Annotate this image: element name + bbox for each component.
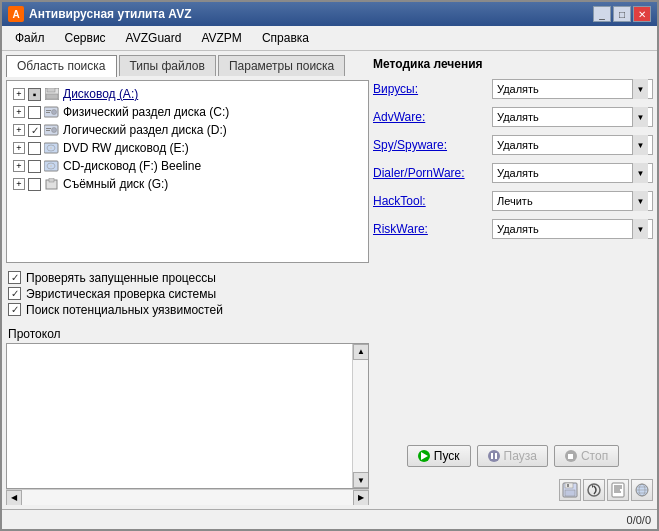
stop-button[interactable]: Стоп: [554, 445, 619, 467]
report-icon-button[interactable]: [607, 479, 629, 501]
threat-row-hacktool: HackTool: Лечить ▼: [373, 189, 653, 213]
threat-name-hacktool[interactable]: HackTool:: [373, 194, 488, 208]
floppy-icon: [44, 87, 60, 101]
protocol-content[interactable]: [7, 344, 352, 489]
select-arrow[interactable]: ▼: [632, 163, 648, 183]
svg-rect-10: [46, 130, 50, 131]
drive-list: + ▪ Дисковод (A:) +: [7, 81, 368, 262]
threat-select-adware[interactable]: Удалять ▼: [492, 107, 653, 127]
expand-button[interactable]: +: [13, 88, 25, 100]
expand-button[interactable]: +: [13, 124, 25, 136]
h-scrollbar: ◀ ▶: [6, 489, 369, 505]
maximize-button[interactable]: □: [613, 6, 631, 22]
minimize-button[interactable]: _: [593, 6, 611, 22]
stop-icon: [565, 450, 577, 462]
threat-row-spyware: Spy/Spyware: Удалять ▼: [373, 133, 653, 157]
threat-select-riskware[interactable]: Удалять ▼: [492, 219, 653, 239]
svg-rect-2: [46, 94, 58, 99]
threat-row-adware: AdvWare: Удалять ▼: [373, 105, 653, 129]
svg-point-23: [588, 484, 600, 496]
drive-checkbox[interactable]: [28, 106, 41, 119]
title-bar: A Антивирусная утилита AVZ _ □ ✕: [2, 2, 657, 26]
option-checkbox[interactable]: ✓: [8, 271, 21, 284]
option-running-processes[interactable]: ✓ Проверять запущенные процессы: [8, 271, 367, 285]
menu-avzpm[interactable]: AVZPM: [192, 28, 250, 48]
drive-label: DVD RW дисковод (E:): [63, 141, 189, 155]
threat-name-virus[interactable]: Вирусы:: [373, 82, 488, 96]
select-arrow[interactable]: ▼: [632, 191, 648, 211]
menu-avzguard[interactable]: AVZGuard: [117, 28, 191, 48]
list-item[interactable]: + Физический раздел диска (C:): [11, 103, 364, 121]
svg-rect-18: [49, 178, 54, 182]
drive-checkbox[interactable]: [28, 160, 41, 173]
scroll-up-button[interactable]: ▲: [353, 344, 369, 360]
tab-search-area[interactable]: Область поиска: [6, 55, 117, 77]
threat-select-spyware[interactable]: Удалять ▼: [492, 135, 653, 155]
threat-name-adware[interactable]: AdvWare:: [373, 110, 488, 124]
h-scroll-track[interactable]: [22, 490, 353, 506]
svg-rect-5: [46, 110, 51, 111]
scroll-track[interactable]: [353, 360, 368, 473]
list-item[interactable]: + ▪ Дисковод (A:): [11, 85, 364, 103]
expand-button[interactable]: +: [13, 142, 25, 154]
close-button[interactable]: ✕: [633, 6, 651, 22]
start-button[interactable]: Пуск: [407, 445, 471, 467]
select-arrow[interactable]: ▼: [632, 135, 648, 155]
threat-name-dialer[interactable]: Dialer/PornWare:: [373, 166, 488, 180]
option-label: Эвристическая проверка системы: [26, 287, 216, 301]
threat-select-virus[interactable]: Удалять ▼: [492, 79, 653, 99]
option-heuristic[interactable]: ✓ Эвристическая проверка системы: [8, 287, 367, 301]
list-item[interactable]: + CD-дисковод (F:) Beeline: [11, 157, 364, 175]
tab-search-params[interactable]: Параметры поиска: [218, 55, 345, 76]
svg-point-13: [50, 147, 52, 149]
scroll-right-button[interactable]: ▶: [353, 490, 369, 506]
treatment-title: Методика лечения: [373, 55, 653, 73]
list-item[interactable]: + ✓ Логический раздел диска (D:): [11, 121, 364, 139]
globe-icon-button[interactable]: [631, 479, 653, 501]
drive-checkbox[interactable]: ▪: [28, 88, 41, 101]
select-arrow[interactable]: ▼: [632, 219, 648, 239]
drive-label: Логический раздел диска (D:): [63, 123, 227, 137]
expand-button[interactable]: +: [13, 178, 25, 190]
select-arrow[interactable]: ▼: [632, 79, 648, 99]
expand-button[interactable]: +: [13, 160, 25, 172]
threat-name-riskware[interactable]: RiskWare:: [373, 222, 488, 236]
protocol-scrollbar: ▲ ▼: [352, 344, 368, 489]
threat-row-virus: Вирусы: Удалять ▼: [373, 77, 653, 101]
main-content: Область поиска Типы файлов Параметры пои…: [2, 51, 657, 509]
window-title: Антивирусная утилита AVZ: [29, 7, 191, 21]
select-arrow[interactable]: ▼: [632, 107, 648, 127]
play-icon: [418, 450, 430, 462]
scroll-down-button[interactable]: ▼: [353, 472, 369, 488]
menu-service[interactable]: Сервис: [56, 28, 115, 48]
menu-file[interactable]: Файл: [6, 28, 54, 48]
threat-name-spyware[interactable]: Spy/Spyware:: [373, 138, 488, 152]
svg-point-8: [52, 128, 57, 133]
expand-button[interactable]: +: [13, 106, 25, 118]
menu-help[interactable]: Справка: [253, 28, 318, 48]
save-icon-button[interactable]: [559, 479, 581, 501]
scroll-left-button[interactable]: ◀: [6, 490, 22, 506]
option-vulnerabilities[interactable]: ✓ Поиск потенциальных уязвимостей: [8, 303, 367, 317]
option-checkbox[interactable]: ✓: [8, 303, 21, 316]
update-icon-button[interactable]: [583, 479, 605, 501]
threat-select-dialer[interactable]: Удалять ▼: [492, 163, 653, 183]
tab-file-types[interactable]: Типы файлов: [119, 55, 216, 76]
drive-checkbox[interactable]: [28, 178, 41, 191]
svg-rect-1: [47, 88, 55, 92]
status-bar: 0/0/0: [2, 509, 657, 529]
drive-label: CD-дисковод (F:) Beeline: [63, 159, 201, 173]
drive-checkbox[interactable]: [28, 142, 41, 155]
right-panel: Методика лечения Вирусы: Удалять ▼ AdvWa…: [373, 55, 653, 505]
drive-checkbox[interactable]: ✓: [28, 124, 41, 137]
removable-icon: [44, 177, 60, 191]
svg-rect-21: [565, 490, 575, 496]
option-checkbox[interactable]: ✓: [8, 287, 21, 300]
drive-label: Дисковод (A:): [63, 87, 138, 101]
list-item[interactable]: + DVD RW дисковод (E:): [11, 139, 364, 157]
pause-button[interactable]: Пауза: [477, 445, 548, 467]
threat-select-hacktool[interactable]: Лечить ▼: [492, 191, 653, 211]
action-buttons: Пуск Пауза Стоп: [373, 441, 653, 471]
list-item[interactable]: + Съёмный диск (G:): [11, 175, 364, 193]
pause-icon: [488, 450, 500, 462]
